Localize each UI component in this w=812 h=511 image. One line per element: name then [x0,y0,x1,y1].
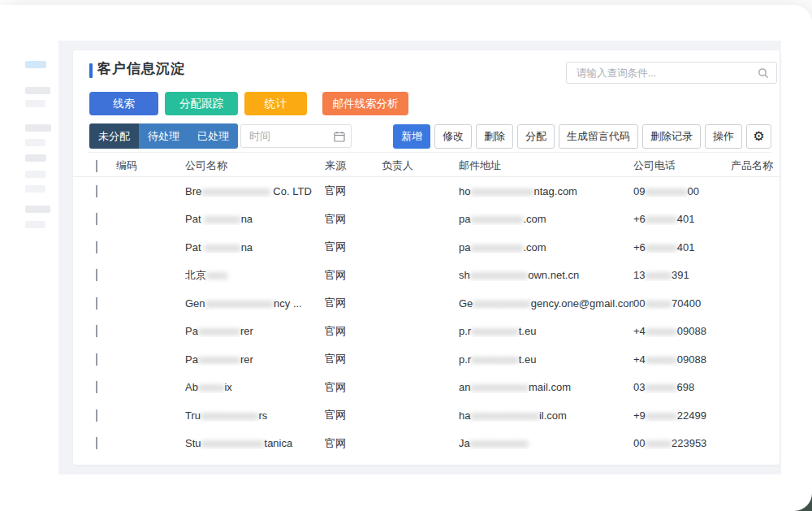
edit-button[interactable]: 修改 [434,124,472,149]
add-button[interactable]: 新增 [393,124,430,149]
table-row[interactable]: Paxxxxxxxxrer官网p.rxxxxxxxxxt.eu+4xxxxxx0… [73,318,780,346]
delete-records-button[interactable]: 删除记录 [642,124,701,149]
cell-text: +9 [633,409,646,422]
sidebar-item-active[interactable] [25,61,46,68]
sidebar-item-placeholder[interactable] [25,206,50,213]
cell-text: pa [459,213,470,225]
cell-text: ntag.com [533,185,577,197]
cell-text: Bre [185,185,201,197]
toolbar-divider [88,152,771,153]
column-header: 邮件地址 [459,158,633,173]
source-cell: 官网 [325,296,382,310]
redacted-text: xxxxx [645,269,672,281]
source-cell: 官网 [325,436,382,451]
source-cell: 官网 [325,240,382,254]
phone-cell: 13xxxxx391 [633,269,731,281]
redacted-text: xxxxxxxxxxx [470,381,529,393]
nav-button-email-lead-analysis[interactable]: 邮件线索分析 [322,92,408,115]
cell-text: +6 [633,213,646,225]
cell-text: 09088 [677,325,706,337]
table-row[interactable]: Genxxxxxxxxxxxxxncy ...官网Gexxxxxxxxxxxge… [73,289,780,318]
table-row[interactable]: Stuxxxxxxxxxxxxtanica官网Jaxxxxxxxxxxx00xx… [73,430,780,458]
delete-button[interactable]: 删除 [476,124,513,149]
table-row[interactable]: Abxxxxxix官网anxxxxxxxxxxxmail.com03xxxxxx… [73,374,780,402]
row-checkbox[interactable] [96,381,97,393]
operations-button[interactable]: 操作 [705,124,742,149]
table-row[interactable]: Pat xxxxxxxna官网paxxxxxxxxxx.com+6xxxxxx4… [73,233,780,262]
app-window: 客户信息沉淀 线索分配跟踪统计邮件线索分析 未分配待处理已处理 [0,5,812,511]
generate-message-code-button[interactable]: 生成留言代码 [559,124,638,149]
cell-text: 00 [633,297,645,310]
row-checkbox[interactable] [96,437,97,449]
table-row[interactable]: Paxxxxxxxxrer官网p.rxxxxxxxxxt.eu+4xxxxxx0… [73,345,780,374]
sidebar-item-placeholder[interactable] [25,139,45,146]
sidebar-item-placeholder[interactable] [25,100,45,107]
select-all-checkbox[interactable] [96,160,97,172]
row-checkbox[interactable] [96,353,97,366]
row-checkbox-cell [96,297,116,310]
email-cell: shxxxxxxxxxxxown.net.cn [459,269,633,281]
cell-text: +6 [633,241,646,253]
tab-pending[interactable]: 待处理 [139,123,188,149]
cell-text: rer [240,325,253,337]
cell-text: ix [224,381,231,393]
company-cell: Genxxxxxxxxxxxxxncy ... [185,297,325,310]
sidebar-item-placeholder[interactable] [25,154,46,162]
phone-cell: +6xxxxxx401 [633,241,731,253]
redacted-text: xxxxxxxxxxxxx [201,185,270,197]
assign-button[interactable]: 分配 [517,124,555,149]
row-checkbox[interactable] [96,409,97,422]
cell-text: Ja [459,437,470,449]
tab-processed[interactable]: 已处理 [188,123,238,149]
sidebar-item-placeholder[interactable] [25,87,50,94]
email-cell: paxxxxxxxxxx.com [459,213,633,225]
cell-text: +4 [633,353,646,366]
table-row[interactable]: 北京xxxx官网shxxxxxxxxxxxown.net.cn13xxxxx39… [73,262,780,290]
email-cell: Jaxxxxxxxxxxx [459,437,633,449]
table-row[interactable]: Truxxxxxxxxxxxrs官网haxxxxxxxxxxxxxil.com+… [73,401,780,430]
redacted-text: xxxxxxxx [198,325,240,337]
redacted-text: xxxxxxxxx [471,325,519,337]
filter-toolbar: 未分配待处理已处理 新增修改删除分配生成留言代码删除记录操作⚙ [89,123,771,149]
row-checkbox[interactable] [96,185,97,197]
cell-text: 03 [633,381,645,393]
column-header: 公司电话 [633,158,731,173]
row-checkbox[interactable] [96,269,97,281]
sidebar-item-placeholder[interactable] [25,171,45,178]
column-header: 来源 [325,158,382,173]
search-box[interactable] [566,62,777,84]
company-cell: Truxxxxxxxxxxxrs [185,409,325,422]
date-input[interactable] [241,130,334,142]
company-cell: Pat xxxxxxxna [185,213,325,225]
nav-button-assign-tracking[interactable]: 分配跟踪 [165,92,238,115]
table-row[interactable]: Brexxxxxxxxxxxxx Co. LTD官网hoxxxxxxxxxxxx… [73,177,780,206]
email-cell: anxxxxxxxxxxxmail.com [459,381,633,393]
redacted-text: xxxxxxxxxxx [470,437,529,449]
column-header: 公司名称 [185,158,325,173]
source-cell: 官网 [325,324,382,339]
row-checkbox[interactable] [96,325,97,337]
sidebar-item-placeholder[interactable] [25,221,45,228]
cell-text: 70400 [672,297,701,310]
cell-text: il.com [539,409,567,422]
row-checkbox[interactable] [96,241,97,253]
sidebar-item-placeholder[interactable] [25,124,51,132]
search-input[interactable] [567,67,758,79]
sidebar [0,5,58,511]
date-filter-input[interactable] [240,124,352,148]
redacted-text: xxxxxxxxx [471,353,519,366]
settings-gear-button[interactable]: ⚙ [746,124,771,149]
cell-text: tanica [265,437,293,449]
phone-cell: +6xxxxxx401 [633,213,731,225]
tab-unassigned[interactable]: 未分配 [89,123,139,149]
cell-text: ncy ... [274,297,302,310]
cell-text: Stu [185,437,201,449]
nav-button-leads[interactable]: 线索 [89,92,158,115]
row-checkbox[interactable] [96,213,97,225]
table-row[interactable]: Pat xxxxxxxna官网paxxxxxxxxxx.com+6xxxxxx4… [73,206,780,234]
nav-button-statistics[interactable]: 统计 [244,92,307,115]
row-checkbox[interactable] [96,297,97,310]
cell-text: Gen [185,297,205,310]
sidebar-item-placeholder[interactable] [25,185,45,193]
cell-text: mail.com [529,381,571,393]
